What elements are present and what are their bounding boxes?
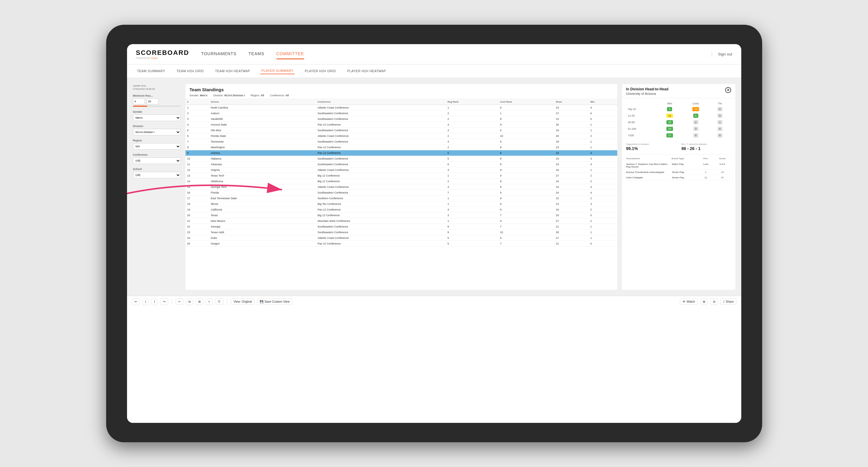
- cell-rank-2: 2: [185, 111, 209, 116]
- toolbar-cut-btn[interactable]: ✂: [176, 299, 183, 305]
- sub-nav-player-h2h-grid[interactable]: PLAYER H2H GRID: [304, 68, 337, 74]
- cell-win-7: 1: [589, 139, 617, 145]
- cell-conf-3: Southeastern Conference: [316, 116, 446, 122]
- tournament-type-3: Stroke Play: [672, 176, 698, 179]
- toolbar-undo-btn[interactable]: ↩: [132, 298, 140, 305]
- cell-regrk-19: 4: [446, 207, 498, 213]
- standings-row-22[interactable]: 22 Georgia Southeastern Conference 8 7 2…: [185, 224, 617, 229]
- toolbar-redo-btn[interactable]: ↪: [160, 298, 168, 305]
- step-back-icon: ⟨: [145, 300, 146, 304]
- h2h-tie-top10: 0: [709, 106, 731, 113]
- cell-school-13: Texas Tech: [209, 173, 316, 179]
- cell-conf-21: Mountain West Conference: [316, 218, 446, 224]
- h2h-row-51-100: 51-100 20 3 0: [626, 126, 731, 132]
- standings-row-1[interactable]: 1 North Carolina Atlantic Coast Conferen…: [185, 105, 617, 111]
- h2h-win-100plus: 27: [657, 132, 683, 139]
- toolbar-layout-btn[interactable]: ⊞: [700, 299, 708, 305]
- standings-row-23[interactable]: 23 Texas A&M Southeastern Conference 9 1…: [185, 229, 617, 235]
- nav-tournaments[interactable]: TOURNAMENTS: [201, 49, 237, 59]
- standings-row-15[interactable]: 15 Georgia Tech Atlantic Coast Conferenc…: [185, 184, 617, 190]
- sign-out-link[interactable]: Sign out: [712, 52, 732, 56]
- standings-row-8[interactable]: 8 Washington Pac-12 Conference 2 8 23 1: [185, 145, 617, 150]
- standings-row-3[interactable]: 3 Vanderbilt Southeastern Conference 2 8…: [185, 116, 617, 122]
- toolbar-grid-btn[interactable]: ⊟: [710, 299, 718, 305]
- nav-committee[interactable]: COMMITTEE: [276, 49, 304, 59]
- gender-filter: Gender Men's Women's: [133, 110, 181, 121]
- cell-rank-20: 20: [185, 213, 209, 218]
- toolbar-step-fwd-btn[interactable]: ⟩: [151, 298, 158, 305]
- toolbar-paste-btn[interactable]: ⊞: [196, 299, 204, 305]
- toolbar-watch-btn[interactable]: 👁 Watch: [680, 299, 698, 305]
- tournament-col-pos: Pos: [700, 157, 711, 160]
- cell-rnds-2: 27: [554, 111, 588, 116]
- cell-rnds-17: 22: [554, 196, 588, 201]
- h2h-row-11-25: 11-25 11 8 0: [626, 113, 731, 119]
- cell-rnds-18: 23: [554, 201, 588, 207]
- standings-row-10[interactable]: 10 Alabama Southeastern Conference 5 8 2…: [185, 156, 617, 162]
- standings-row-7[interactable]: 7 Tennessee Southeastern Conference 4 6 …: [185, 139, 617, 145]
- standings-row-16[interactable]: 16 Florida Southeastern Conference 7 9 2…: [185, 190, 617, 196]
- gender-select[interactable]: Men's Women's: [133, 115, 181, 121]
- sub-nav-team-h2h-grid[interactable]: TEAM H2H GRID: [175, 68, 205, 74]
- cell-rank-24: 24: [185, 235, 209, 241]
- min-rounds-slider[interactable]: [133, 105, 181, 107]
- tournament-name-1: Jackson T. Stephens Cup Men's Match-Play…: [626, 163, 670, 168]
- min-rounds-max-input[interactable]: [147, 98, 159, 104]
- sub-nav-team-summary[interactable]: TEAM SUMMARY: [136, 68, 166, 74]
- standings-row-17[interactable]: 17 East Tennessee State Southern Confere…: [185, 196, 617, 201]
- cell-conf-10: Southeastern Conference: [316, 156, 446, 162]
- toolbar-save-custom-btn[interactable]: 💾 Save Custom View: [257, 299, 292, 305]
- standings-row-25[interactable]: 25 Oregon Pac-12 Conference 5 7 21 0: [185, 241, 617, 247]
- min-rounds-min-input[interactable]: [133, 98, 145, 104]
- cell-win-17: 2: [589, 196, 617, 201]
- region-select[interactable]: N/A All: [133, 143, 181, 150]
- cell-rank-1: 1: [185, 105, 209, 111]
- toolbar-copy-btn[interactable]: ⧉: [186, 299, 193, 305]
- toolbar-step-back-btn[interactable]: ⟨: [142, 298, 149, 305]
- standings-row-4[interactable]: 4 Arizona State Pac-12 Conference 4 9 26…: [185, 122, 617, 128]
- tournament-name-3: Cabo Collegiate: [626, 176, 670, 179]
- conference-select[interactable]: (All): [133, 157, 181, 164]
- cell-regrk-15: 4: [446, 184, 498, 190]
- standings-row-24[interactable]: 24 Duke Atlantic Coast Conference 5 9 27…: [185, 235, 617, 241]
- toolbar-add-btn[interactable]: +: [206, 299, 213, 305]
- standings-row-20[interactable]: 20 Texas Big 12 Conference 3 7 20 0: [185, 213, 617, 218]
- standings-row-6[interactable]: 6 Florida State Atlantic Coast Conferenc…: [185, 133, 617, 139]
- cell-conf-23: Southeastern Conference: [316, 229, 446, 235]
- sub-nav-player-h2h-heatmap[interactable]: PLAYER H2H HEATMAP: [346, 68, 387, 74]
- toolbar-clock-btn[interactable]: ⏱: [215, 299, 223, 305]
- standings-row-13[interactable]: 13 Texas Tech Big 12 Conference 1 9 27 2: [185, 173, 617, 179]
- standings-row-19[interactable]: 19 California Pac-12 Conference 4 8 24 2: [185, 207, 617, 213]
- standings-row-9[interactable]: 9 Arizona Pac-12 Conference 5 8 23 3: [185, 150, 617, 156]
- tournament-type-1: Match Play: [672, 163, 698, 168]
- h2h-close-button[interactable]: ✕: [725, 87, 731, 93]
- toolbar-view-original-btn[interactable]: View: Original: [231, 299, 255, 305]
- standings-row-21[interactable]: 21 New Mexico Mountain West Conference 1…: [185, 218, 617, 224]
- cell-rank-22: 22: [185, 224, 209, 229]
- h2h-range-26-50: 26-50: [626, 119, 657, 126]
- sub-nav-team-h2h-heatmap[interactable]: TEAM H2H HEATMAP: [214, 68, 251, 74]
- standings-row-2[interactable]: 2 Auburn Southeastern Conference 2 1 27 …: [185, 111, 617, 116]
- cell-confrk-6: 10: [498, 133, 554, 139]
- standings-row-5[interactable]: 5 Ole Miss Southeastern Conference 3 6 1…: [185, 128, 617, 133]
- standings-row-14[interactable]: 14 Oklahoma Big 12 Conference 2 8 24 2: [185, 179, 617, 184]
- sub-nav-player-summary[interactable]: PLAYER SUMMARY: [260, 68, 294, 74]
- school-select[interactable]: (All): [133, 172, 181, 178]
- nav-teams[interactable]: TEAMS: [248, 49, 264, 59]
- cell-win-19: 2: [589, 207, 617, 213]
- cell-win-4: 1: [589, 122, 617, 128]
- save-label-icon: 💾: [260, 300, 263, 303]
- toolbar-divider-2: [227, 299, 227, 305]
- h2h-record-stat: W-L-T record in-division: 86 - 26 - 1: [682, 143, 731, 151]
- division-select[interactable]: NCAA Division I NCAA Division II NCAA Di…: [133, 129, 181, 135]
- cell-win-24: 1: [589, 235, 617, 241]
- h2h-panel: In Division Head-to-Head University of A…: [622, 84, 735, 290]
- toolbar-share-btn[interactable]: ⤴ Share: [720, 299, 737, 305]
- standings-row-11[interactable]: 11 Arkansas Southeastern Conference 6 8 …: [185, 162, 617, 167]
- h2h-col-range: [626, 101, 657, 106]
- col-win: Win: [589, 99, 617, 105]
- cell-school-10: Alabama: [209, 156, 316, 162]
- standings-row-12[interactable]: 12 Virginia Atlantic Coast Conference 3 …: [185, 167, 617, 173]
- gender-filter-display: Gender: Men's: [190, 94, 208, 97]
- standings-row-18[interactable]: 18 Illinois Big Ten Conference 1 9 23 3: [185, 201, 617, 207]
